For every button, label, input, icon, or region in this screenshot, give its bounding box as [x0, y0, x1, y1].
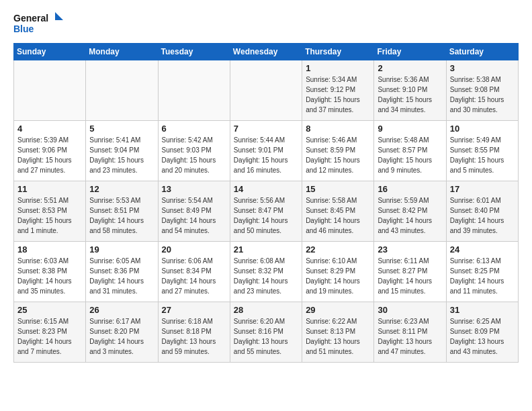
calendar-cell: 20Sunrise: 6:06 AM Sunset: 8:34 PM Dayli…: [158, 242, 230, 302]
day-info: Sunrise: 6:22 AM Sunset: 8:13 PM Dayligh…: [306, 316, 370, 357]
calendar-cell: 2Sunrise: 5:36 AM Sunset: 9:10 PM Daylig…: [374, 60, 446, 121]
day-number: 21: [234, 244, 298, 255]
calendar-cell: 1Sunrise: 5:34 AM Sunset: 9:12 PM Daylig…: [302, 60, 374, 121]
calendar-cell: 15Sunrise: 5:58 AM Sunset: 8:45 PM Dayli…: [302, 181, 374, 242]
calendar-week-row: 18Sunrise: 6:03 AM Sunset: 8:38 PM Dayli…: [14, 242, 519, 302]
calendar-cell: 10Sunrise: 5:49 AM Sunset: 8:55 PM Dayli…: [446, 121, 518, 181]
calendar-cell: 9Sunrise: 5:48 AM Sunset: 8:57 PM Daylig…: [374, 121, 446, 181]
calendar-week-row: 25Sunrise: 6:15 AM Sunset: 8:23 PM Dayli…: [14, 302, 519, 363]
day-info: Sunrise: 5:36 AM Sunset: 9:10 PM Dayligh…: [378, 75, 442, 115]
calendar-week-row: 4Sunrise: 5:39 AM Sunset: 9:06 PM Daylig…: [14, 121, 519, 181]
day-number: 10: [450, 124, 515, 134]
calendar-cell: 14Sunrise: 5:56 AM Sunset: 8:47 PM Dayli…: [230, 181, 302, 242]
calendar-week-row: 11Sunrise: 5:51 AM Sunset: 8:53 PM Dayli…: [14, 181, 519, 242]
day-info: Sunrise: 6:20 AM Sunset: 8:16 PM Dayligh…: [234, 316, 298, 357]
day-info: Sunrise: 5:56 AM Sunset: 8:47 PM Dayligh…: [234, 195, 298, 236]
day-info: Sunrise: 6:25 AM Sunset: 8:09 PM Dayligh…: [450, 316, 515, 357]
day-number: 26: [89, 305, 154, 315]
calendar-cell: 17Sunrise: 6:01 AM Sunset: 8:40 PM Dayli…: [446, 181, 518, 242]
page-header: General Blue: [13, 11, 519, 38]
day-info: Sunrise: 5:38 AM Sunset: 9:08 PM Dayligh…: [450, 75, 515, 115]
day-info: Sunrise: 5:48 AM Sunset: 8:57 PM Dayligh…: [378, 135, 442, 175]
day-number: 24: [450, 244, 515, 255]
calendar-cell: 30Sunrise: 6:23 AM Sunset: 8:11 PM Dayli…: [374, 302, 446, 363]
calendar-cell: [158, 60, 230, 121]
day-number: 20: [162, 244, 226, 255]
day-info: Sunrise: 6:05 AM Sunset: 8:36 PM Dayligh…: [89, 256, 154, 296]
day-info: Sunrise: 5:59 AM Sunset: 8:42 PM Dayligh…: [378, 195, 442, 236]
day-number: 11: [17, 184, 82, 194]
calendar-cell: 11Sunrise: 5:51 AM Sunset: 8:53 PM Dayli…: [14, 181, 86, 242]
day-info: Sunrise: 5:51 AM Sunset: 8:53 PM Dayligh…: [17, 195, 82, 236]
day-number: 30: [378, 305, 442, 315]
calendar-cell: 29Sunrise: 6:22 AM Sunset: 8:13 PM Dayli…: [302, 302, 374, 363]
day-number: 17: [450, 184, 515, 194]
day-info: Sunrise: 5:46 AM Sunset: 8:59 PM Dayligh…: [306, 135, 370, 175]
day-info: Sunrise: 6:15 AM Sunset: 8:23 PM Dayligh…: [17, 316, 82, 357]
weekday-header-saturday: Saturday: [446, 44, 518, 60]
calendar-cell: 27Sunrise: 6:18 AM Sunset: 8:18 PM Dayli…: [158, 302, 230, 363]
day-info: Sunrise: 5:49 AM Sunset: 8:55 PM Dayligh…: [450, 135, 515, 175]
day-info: Sunrise: 6:03 AM Sunset: 8:38 PM Dayligh…: [17, 256, 82, 296]
day-number: 7: [234, 124, 298, 134]
calendar-cell: 12Sunrise: 5:53 AM Sunset: 8:51 PM Dayli…: [86, 181, 158, 242]
calendar-cell: 18Sunrise: 6:03 AM Sunset: 8:38 PM Dayli…: [14, 242, 86, 302]
svg-text:Blue: Blue: [13, 24, 34, 34]
day-number: 5: [89, 124, 154, 134]
day-info: Sunrise: 6:01 AM Sunset: 8:40 PM Dayligh…: [450, 195, 515, 236]
logo-svg: General Blue: [13, 11, 64, 38]
day-info: Sunrise: 5:39 AM Sunset: 9:06 PM Dayligh…: [17, 135, 82, 175]
svg-marker-2: [55, 12, 63, 20]
day-number: 2: [378, 63, 442, 73]
day-info: Sunrise: 6:10 AM Sunset: 8:29 PM Dayligh…: [306, 256, 370, 296]
day-number: 12: [89, 184, 154, 194]
day-number: 4: [17, 124, 82, 134]
calendar-cell: 22Sunrise: 6:10 AM Sunset: 8:29 PM Dayli…: [302, 242, 374, 302]
day-number: 27: [162, 305, 226, 315]
day-number: 9: [378, 124, 442, 134]
day-number: 8: [306, 124, 370, 134]
day-info: Sunrise: 6:17 AM Sunset: 8:20 PM Dayligh…: [89, 316, 154, 357]
day-info: Sunrise: 6:11 AM Sunset: 8:27 PM Dayligh…: [378, 256, 442, 296]
day-info: Sunrise: 6:06 AM Sunset: 8:34 PM Dayligh…: [162, 256, 226, 296]
calendar-cell: 19Sunrise: 6:05 AM Sunset: 8:36 PM Dayli…: [86, 242, 158, 302]
calendar-cell: 28Sunrise: 6:20 AM Sunset: 8:16 PM Dayli…: [230, 302, 302, 363]
calendar-week-row: 1Sunrise: 5:34 AM Sunset: 9:12 PM Daylig…: [14, 60, 519, 121]
day-number: 1: [306, 63, 370, 73]
svg-text:General: General: [13, 13, 48, 24]
day-info: Sunrise: 5:42 AM Sunset: 9:03 PM Dayligh…: [162, 135, 226, 175]
calendar-cell: 4Sunrise: 5:39 AM Sunset: 9:06 PM Daylig…: [14, 121, 86, 181]
weekday-header-tuesday: Tuesday: [158, 44, 230, 60]
calendar-cell: 21Sunrise: 6:08 AM Sunset: 8:32 PM Dayli…: [230, 242, 302, 302]
weekday-header-wednesday: Wednesday: [230, 44, 302, 60]
day-number: 25: [17, 305, 82, 315]
calendar-cell: 13Sunrise: 5:54 AM Sunset: 8:49 PM Dayli…: [158, 181, 230, 242]
calendar-cell: 26Sunrise: 6:17 AM Sunset: 8:20 PM Dayli…: [86, 302, 158, 363]
logo: General Blue: [13, 11, 64, 38]
day-number: 16: [378, 184, 442, 194]
day-info: Sunrise: 6:13 AM Sunset: 8:25 PM Dayligh…: [450, 256, 515, 296]
calendar-cell: 31Sunrise: 6:25 AM Sunset: 8:09 PM Dayli…: [446, 302, 518, 363]
day-number: 28: [234, 305, 298, 315]
day-number: 23: [378, 244, 442, 255]
calendar-cell: 6Sunrise: 5:42 AM Sunset: 9:03 PM Daylig…: [158, 121, 230, 181]
day-info: Sunrise: 6:18 AM Sunset: 8:18 PM Dayligh…: [162, 316, 226, 357]
day-number: 14: [234, 184, 298, 194]
calendar-cell: 8Sunrise: 5:46 AM Sunset: 8:59 PM Daylig…: [302, 121, 374, 181]
day-number: 29: [306, 305, 370, 315]
calendar-cell: [230, 60, 302, 121]
weekday-header-friday: Friday: [374, 44, 446, 60]
day-info: Sunrise: 5:41 AM Sunset: 9:04 PM Dayligh…: [89, 135, 154, 175]
weekday-header-monday: Monday: [86, 44, 158, 60]
calendar-cell: 3Sunrise: 5:38 AM Sunset: 9:08 PM Daylig…: [446, 60, 518, 121]
day-info: Sunrise: 5:53 AM Sunset: 8:51 PM Dayligh…: [89, 195, 154, 236]
day-number: 18: [17, 244, 82, 255]
day-number: 6: [162, 124, 226, 134]
calendar-cell: [86, 60, 158, 121]
calendar-cell: 23Sunrise: 6:11 AM Sunset: 8:27 PM Dayli…: [374, 242, 446, 302]
weekday-header-row: SundayMondayTuesdayWednesdayThursdayFrid…: [14, 44, 519, 60]
day-info: Sunrise: 5:44 AM Sunset: 9:01 PM Dayligh…: [234, 135, 298, 175]
day-info: Sunrise: 5:58 AM Sunset: 8:45 PM Dayligh…: [306, 195, 370, 236]
calendar-cell: 16Sunrise: 5:59 AM Sunset: 8:42 PM Dayli…: [374, 181, 446, 242]
day-info: Sunrise: 5:54 AM Sunset: 8:49 PM Dayligh…: [162, 195, 226, 236]
